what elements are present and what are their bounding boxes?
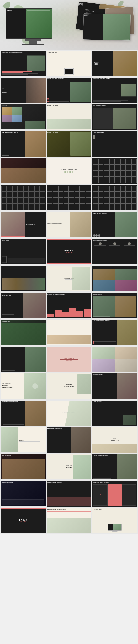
slide-learn-herbal-kids[interactable]: LEARN HERBAL FROM KIDS bbox=[92, 212, 137, 237]
slide-spice-food[interactable]: SPICE HERBAL FOOD bbox=[47, 320, 92, 345]
slide-herbal-drink-diet[interactable]: herbal drink FOR DIET bbox=[47, 454, 92, 480]
slide-materials-herbal[interactable]: MATERIALS HERBAL MEDICINE bbox=[47, 427, 92, 453]
slide-tablet-layout[interactable]: TABLET LAYOUT bbox=[47, 51, 92, 76]
slide-imunest-3[interactable]: herbal IMUNEST bbox=[1, 427, 46, 452]
slide-imunest-1[interactable]: herbal medicine IMUNEST PRESENTATION bbox=[1, 373, 46, 399]
slide-herbal-quotes-2[interactable]: HERBAL QUOTES " Nature is the best medic… bbox=[92, 401, 137, 426]
slide-slant-herbal[interactable]: SLANT MATERIALS HERBAL bbox=[47, 401, 92, 426]
slide-price-table[interactable]: PRICE TABLE HERBAL PACKAGE $9 $19 $29 bbox=[92, 481, 137, 507]
slide-traditional-recipe[interactable]: TRADITIONAL RECIPE HERBAL Herbal medicin… bbox=[47, 212, 92, 237]
slide-how-extract[interactable]: HOW TO EXTRACT HERBAL bbox=[92, 104, 137, 130]
slide-herbal-nutrition[interactable]: HERBAL NUTRITION CONSUMPTION bbox=[1, 347, 46, 372]
slide-fruit-diet[interactable]: FRUIT FOR DIET FRUIT FOR DIET bbox=[1, 320, 46, 345]
slide-howto2[interactable]: HOW TO MAKE HERBAL MEDICINE bbox=[92, 320, 137, 345]
slide-provides-medicine[interactable]: PROVIDES ALL HERBAL MEDICINE bbox=[92, 266, 137, 291]
slide-imunest-2[interactable]: IMUNEST PRESENTATION herbal medicine bbox=[47, 373, 92, 399]
slide-new-treatment[interactable]: NEW TREATMENT bbox=[47, 266, 92, 291]
slide-users-herbal[interactable]: USERS OF HERBAL MEDICINE FOR SOCIAL SLID… bbox=[47, 481, 92, 507]
slide-row-15: herbal IMUNEST MATERIALS HERBAL MEDICINE… bbox=[0, 426, 138, 454]
slide-graph-users[interactable]: GRAPHICH HERBAL MEDICINE USERS bbox=[47, 293, 92, 318]
hero-section: IMUNEST PRESENTATION Herbal Medicine BRE… bbox=[0, 0, 138, 50]
slide-useful-herbal[interactable]: USEFUL OF HERBAL MEDICINE bbox=[92, 454, 137, 480]
slide-desktop-layout[interactable]: DESKTOP LAYOUT herbal bbox=[92, 508, 137, 534]
slide-row-2: Three Country Leaf MEET THEDIRECTOR HOW … bbox=[0, 77, 138, 104]
slide-row-10: owner clinic OF YOUR EARTH GRAPHICH HERB… bbox=[0, 292, 138, 319]
slide-special-herbal-food[interactable]: special HERBAL FOOD bbox=[92, 427, 137, 453]
slide-herbal-lifestyle[interactable]: HERBAL FOR LIFESTYLE bbox=[47, 104, 92, 130]
slide-break-2[interactable]: BREAK SLIDE bbox=[47, 239, 92, 264]
slide-break-3[interactable]: BREAK SLIDE bbox=[1, 508, 46, 533]
slide-howto3[interactable]: HOW TO MAKE HERBAL MEDICINE bbox=[1, 401, 46, 426]
slide-kind-herbal[interactable]: KIND OF HERBAL bbox=[1, 454, 46, 479]
monitor-mockup: IMUNEST PRESENTATION Herbal Medicine bbox=[6, 8, 61, 47]
slide-break-1[interactable]: BREAK SLIDE BREAKSLIDE bbox=[92, 51, 137, 76]
slide-icons-2[interactable] bbox=[1, 185, 46, 210]
slide-make-manual[interactable]: MAKE MANUAL HERBAL MEDICINE bbox=[1, 131, 46, 157]
slide-row-16: KIND OF HERBAL herbal drink FOR DIET USE… bbox=[0, 454, 138, 481]
slide-material-vegetable[interactable]: MATERIAL HERBAL FROM VEGETABLE bbox=[47, 508, 92, 534]
slide-row-14: HOW TO MAKE HERBAL MEDICINE SLANT MATERI… bbox=[0, 400, 138, 427]
slide-extraction[interactable]: EXTRACTION FROM HERBAL PLANT bbox=[92, 78, 137, 103]
slide-device-layout[interactable]: DEVICE LAYOUT bbox=[1, 239, 46, 264]
slides-stack: BREAK SLIDE OWNER CHIVER CLINIC bbox=[63, 3, 135, 47]
slide-row-6 bbox=[0, 184, 138, 211]
slide-herbal-bar[interactable] bbox=[1, 158, 46, 183]
slide-row-8: DEVICE LAYOUT BREAK SLIDE MEET TEAM CLIN… bbox=[0, 238, 138, 265]
slide-icons-3[interactable] bbox=[47, 185, 92, 211]
slide-row-5: THANKS FOR WATCHING bbox=[0, 157, 138, 184]
slide-row-12: HERBAL NUTRITION CONSUMPTION HEALTHY QUO… bbox=[0, 346, 138, 373]
slide-row-17: TIME TO SEARCH SLIDE TIME TO SEARCH SLID… bbox=[0, 480, 138, 507]
slide-row-7: TRY THE HERBAL TRADITIONAL RECIPE HERBAL… bbox=[0, 211, 138, 238]
slide-timelines-sales[interactable]: TIMELINES SALES HERBAL PRODUCT bbox=[1, 51, 46, 76]
slide-making-process[interactable]: MAKING PROCESS bbox=[92, 293, 137, 318]
slide-food-grid[interactable] bbox=[92, 347, 137, 372]
slide-row-9: COLLECTION HERBAL BOTTLE NEW TREATMENT P… bbox=[0, 265, 138, 292]
slide-row-13: herbal medicine IMUNEST PRESENTATION IMU… bbox=[0, 373, 138, 400]
slide-owner-clinic[interactable]: owner clinic OF YOUR EARTH bbox=[1, 293, 46, 318]
slide-collection-bottle[interactable]: COLLECTION HERBAL BOTTLE bbox=[1, 266, 46, 291]
slide-thanks-watching[interactable]: THANKS FOR WATCHING bbox=[47, 158, 92, 184]
slide-welcome-message[interactable]: WELCOME MESSAGE bbox=[92, 373, 137, 399]
slide-row-11: FRUIT FOR DIET FRUIT FOR DIET SPICE HERB… bbox=[0, 319, 138, 346]
slide-row-3: herbal tea HERBAL FOR LIFESTYLE HOW TO E… bbox=[0, 104, 138, 131]
slide-meet-team[interactable]: MEET TEAM CLINIC HERBAL bbox=[92, 239, 137, 264]
slide-herbal-lifestyle-2[interactable]: HERBAL FOR LIFESTYLE HERBAL FOR LIFESTYL… bbox=[47, 131, 92, 157]
slide-row-18: BREAK SLIDE MATERIAL HERBAL FROM VEGETAB… bbox=[0, 507, 138, 534]
slide-row-1: TIMELINES SALES HERBAL PRODUCT TABLET LA… bbox=[0, 50, 138, 77]
slide-healthy-quotes[interactable]: HEALTHY QUOTES "Health is Wealth" bbox=[47, 347, 92, 372]
slide-client-testimonials[interactable]: CLIENT TESTIMONIALS bbox=[92, 131, 137, 157]
slide-try-herbal[interactable]: TRY THE HERBAL bbox=[1, 212, 46, 237]
slide-icons-4[interactable] bbox=[92, 185, 137, 211]
slide-herbal-tea[interactable]: herbal tea bbox=[1, 104, 46, 129]
slide-meet-director[interactable]: Three Country Leaf MEET THEDIRECTOR bbox=[1, 78, 46, 103]
slide-how-to-make[interactable]: HOW TO MAKE HERBAL MEDICINE bbox=[47, 78, 92, 103]
slide-row-4: MAKE MANUAL HERBAL MEDICINE HERBAL FOR L… bbox=[0, 131, 138, 158]
slide-time-search[interactable]: TIME TO SEARCH SLIDE TIME TO SEARCH SLID… bbox=[1, 481, 46, 506]
slide-icons-1[interactable] bbox=[92, 158, 137, 184]
